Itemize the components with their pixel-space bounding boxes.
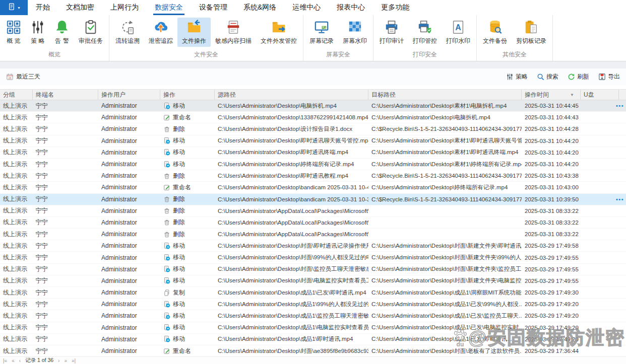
tab[interactable]: 系统&网络 (235, 0, 284, 15)
calendar-icon: 23 (6, 73, 14, 81)
table-row[interactable]: 线上演示 宁宁 Administrator 删除 C:\Users\Admini… (0, 205, 626, 217)
toolbar-action[interactable]: 导出 (598, 72, 620, 81)
table-row[interactable]: 线上演示 宁宁 Administrator 移动 C:\Users\Admini… (0, 310, 626, 322)
pager-first-button[interactable]: |« (3, 358, 7, 363)
table-row[interactable]: 线上演示 宁宁 Administrator 删除 C:\Users\Admini… (0, 217, 626, 229)
tab[interactable]: 报表中心 (329, 0, 373, 15)
table-row[interactable]: 线上演示 宁宁 Administrator 删除 C:\Users\Admini… (0, 170, 626, 182)
ribbon-item[interactable]: 屏幕记录 (305, 18, 338, 47)
table-row[interactable]: 线上演示 宁宁 Administrator 重命名 C:\Users\Admin… (0, 182, 626, 193)
tab[interactable]: 设备管理 (191, 0, 235, 15)
column-header[interactable]: 操作用户 (98, 90, 160, 100)
table-row[interactable]: 线上演示 宁宁 Administrator 移动 C:\Users\Admini… (0, 240, 626, 252)
column-header[interactable]: 操作 (160, 90, 215, 100)
ribbon-item[interactable]: 流转追溯 (111, 18, 144, 47)
column-header[interactable]: 目标路径 (368, 90, 522, 100)
cell-operation: 重命名 (160, 347, 215, 355)
toolbar-action[interactable]: 策略 (506, 72, 528, 81)
date-filter[interactable]: 23 最近三天 (6, 72, 40, 81)
ribbon-item[interactable]: 打印审计 (375, 18, 408, 47)
ribbon-item[interactable]: 文件操作 (177, 18, 211, 47)
cell-group: 线上演示 (0, 172, 33, 180)
ribbon-item[interactable]: 概 览 (2, 18, 26, 47)
ribbon-item[interactable]: 策 略 (26, 18, 50, 47)
filter-arrow-icon[interactable]: ▼ (570, 93, 574, 97)
ribbon-item[interactable]: 审批任务 (74, 18, 107, 47)
ribbon-item[interactable]: 泄密追踪 (144, 18, 177, 47)
row-actions-dots[interactable]: ••• (616, 196, 624, 202)
toolbar-actions: 策略 搜索 刷新 导出 (506, 72, 620, 81)
toolbar-action-icon (537, 73, 544, 81)
tab[interactable]: 数据安全 (147, 0, 191, 15)
ribbon-item-icon (54, 20, 70, 35)
pager-next-button[interactable]: › (58, 358, 59, 363)
column-header[interactable]: 分组 (0, 90, 33, 100)
tab-label: 上网行为 (110, 3, 139, 12)
table-row[interactable]: 线上演示 宁宁 Administrator 移动 C:\Users\Admini… (0, 299, 626, 310)
ribbon-item-icon (30, 20, 45, 35)
ribbon-item[interactable]: 敏感内容扫描 (211, 18, 256, 47)
pager-last-button[interactable]: »| (72, 358, 76, 363)
table-row[interactable]: 线上演示 宁宁 Administrator 移动 C:\Users\Admini… (0, 159, 626, 170)
column-header[interactable]: 源路径 (215, 90, 368, 100)
tab[interactable]: 更多功能 (373, 0, 417, 15)
cell-time: 2025-03-31 10:44:45 (522, 103, 581, 109)
op-label: 删除 (173, 172, 185, 180)
op-label: 重命名 (173, 347, 191, 355)
column-header[interactable]: U盘 (581, 90, 619, 100)
op-label: 移动 (173, 323, 185, 332)
ribbon-item-label: 敏感内容扫描 (215, 37, 252, 45)
table-row[interactable]: 线上演示 宁宁 Administrator 删除 C:\Users\Admini… (0, 123, 626, 135)
tab[interactable]: 文档加密 (58, 0, 102, 15)
table-row[interactable]: 线上演示 宁宁 Administrator 重命名 C:\Users\Admin… (0, 112, 626, 123)
table-row[interactable]: 线上演示 宁宁 Administrator 重命名 C:\Users\Admin… (0, 345, 626, 357)
toolbar-action[interactable]: 搜索 (537, 72, 558, 81)
toolbar-action[interactable]: 刷新 (568, 72, 589, 81)
table-row[interactable]: 线上演示 宁宁 Administrator 移动 C:\Users\Admini… (0, 275, 626, 287)
table-row[interactable]: 线上演示 宁宁 Administrator 移动 C:\Users\Admini… (0, 322, 626, 334)
ribbon-item[interactable]: 文件外发管控 (256, 18, 301, 47)
ribbon-item[interactable]: 文件备份 (478, 18, 512, 47)
pager-prev-fast-button[interactable]: « (12, 358, 15, 363)
tab[interactable]: 运维中心 (284, 0, 329, 15)
row-actions-dots[interactable]: ••• (616, 103, 624, 109)
cell-source-path: C:\Users\Administrator\Desktop\即时通讯聊天账号管… (215, 137, 368, 144)
cell-terminal: 宁宁 (33, 218, 98, 227)
cell-target-path: C:\Users\Administrator\Desktop\成品1\洞察眼MI… (368, 289, 522, 297)
app-menu-button[interactable]: ▾ (0, 0, 28, 15)
table-row[interactable]: 线上演示 宁宁 Administrator 移动 C:\Users\Admini… (0, 334, 626, 345)
op-icon (163, 125, 170, 133)
column-header[interactable]: 操作时间 ▼ (522, 90, 581, 100)
pager-next-fast-button[interactable]: » (64, 358, 67, 363)
cell-group: 线上演示 (0, 347, 33, 355)
pager-prev-button[interactable]: ‹ (19, 358, 21, 363)
table-row[interactable]: 线上演示 宁宁 Administrator 移动 C:\Users\Admini… (0, 264, 626, 275)
table-row[interactable]: 线上演示 宁宁 Administrator 删除 C:\Users\Admini… (0, 229, 626, 240)
tab-label: 开始 (36, 3, 50, 12)
ribbon-item[interactable]: 打印管控 (408, 18, 442, 47)
tab[interactable]: 开始 (28, 0, 58, 15)
table-row[interactable]: 线上演示 宁宁 Administrator 移动 C:\Users\Admini… (0, 135, 626, 147)
cell-target-path: C:\Users\Administrator\Desktop\成品1\已发\即时… (368, 335, 522, 343)
cell-group: 线上演示 (0, 125, 33, 133)
tab-label: 更多功能 (381, 3, 409, 12)
cell-group: 线上演示 (0, 288, 33, 297)
table-row[interactable]: 线上演示 宁宁 Administrator 移动 C:\Users\Admini… (0, 100, 626, 112)
ribbon-item[interactable]: A 打印水印 (442, 18, 475, 47)
table-row[interactable]: 线上演示 宁宁 Administrator 移动 C:\Users\Admini… (0, 252, 626, 263)
ribbon-item[interactable]: 屏幕水印 (338, 18, 371, 47)
table-row[interactable]: 线上演示 宁宁 Administrator 复制 C:\Users\Admini… (0, 287, 626, 299)
column-header[interactable]: 终端名 (33, 90, 98, 100)
cell-operation: 删除 (160, 206, 215, 215)
ribbon-item-icon (524, 20, 539, 35)
cell-operation: 移动 (160, 160, 215, 169)
cell-time: 2025-03-29 17:49:58 (522, 243, 581, 249)
chevron-down-icon: ▾ (18, 6, 20, 10)
column-header-label: 分组 (3, 91, 15, 99)
ribbon-item[interactable]: 剪切板记录 (512, 18, 551, 47)
ribbon-item[interactable]: 告 警 (50, 18, 74, 47)
cell-group: 线上演示 (0, 183, 33, 192)
tab[interactable]: 上网行为 (102, 0, 147, 15)
table-row[interactable]: 线上演示 宁宁 Administrator 移动 C:\Users\Admini… (0, 147, 626, 159)
table-row[interactable]: 线上演示 宁宁 Administrator 删除 C:\Users\Admini… (0, 194, 626, 205)
